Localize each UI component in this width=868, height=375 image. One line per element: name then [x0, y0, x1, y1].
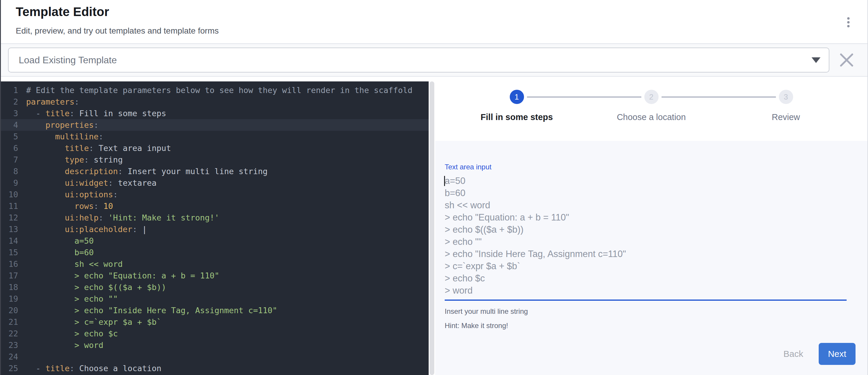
- line-number: 17: [1, 270, 18, 281]
- code-text: > word: [26, 339, 103, 351]
- line-number: 25: [1, 363, 18, 374]
- line-number: 16: [1, 258, 18, 270]
- textarea-placeholder-line: > echo "Inside Here Tag, Assignment c=11…: [445, 248, 847, 260]
- line-number: 14: [1, 235, 18, 247]
- back-button[interactable]: Back: [783, 349, 803, 359]
- stepper-connector: [527, 97, 641, 97]
- stepper-section: 1Fill in some steps2Choose a location3Re…: [435, 77, 867, 141]
- code-text: title: Text area input: [26, 142, 171, 154]
- line-number: 13: [1, 223, 18, 235]
- line-number: 15: [1, 247, 18, 258]
- more-options-button[interactable]: [844, 14, 852, 30]
- line-number: 18: [1, 281, 18, 293]
- step-number-badge: 1: [510, 90, 524, 104]
- code-line: 23 > word: [1, 339, 429, 351]
- panel-resizer[interactable]: [429, 77, 435, 375]
- line-number: 22: [1, 328, 18, 339]
- code-text: description: Insert your multi line stri…: [26, 165, 268, 177]
- code-line: 11 rows: 10: [1, 200, 429, 212]
- line-number: 8: [1, 165, 18, 177]
- stepper-step: 2Choose a location: [584, 90, 719, 122]
- line-number: 5: [1, 131, 18, 142]
- line-number: 11: [1, 200, 18, 212]
- code-text: ui:placeholder: |: [26, 223, 147, 235]
- page-subtitle: Edit, preview, and try out templates and…: [16, 26, 219, 36]
- line-number: 7: [1, 154, 18, 165]
- text-cursor: [444, 176, 445, 186]
- textarea-placeholder-line: b=60: [445, 187, 847, 199]
- load-existing-template-select[interactable]: Load Existing Template: [8, 48, 829, 72]
- code-text: - title: Choose a location: [26, 363, 161, 374]
- code-line: 8 description: Insert your multi line st…: [1, 165, 429, 177]
- stepper: 1Fill in some steps2Choose a location3Re…: [450, 90, 853, 122]
- page-title: Template Editor: [16, 4, 219, 20]
- stepper-step-inner: 1Fill in some steps: [450, 90, 584, 122]
- code-text: parameters:: [26, 96, 79, 107]
- code-line: 25 - title: Choose a location: [1, 363, 429, 374]
- textarea-placeholder-line: sh << word: [445, 199, 847, 211]
- code-line: 2parameters:: [1, 96, 429, 107]
- code-text: > echo "Inside Here Tag, Assignment c=11…: [26, 305, 277, 316]
- next-button[interactable]: Next: [819, 343, 856, 365]
- clear-icon: [839, 53, 854, 67]
- code-line: 12 ui:help: 'Hint: Make it strong!': [1, 212, 429, 223]
- form-section: Text area input a=50b=60sh << word> echo…: [435, 141, 867, 343]
- line-number: 10: [1, 189, 18, 200]
- main-split: 1# Edit the template parameters below to…: [1, 77, 867, 375]
- code-text: > echo $c: [26, 328, 118, 339]
- line-number: 12: [1, 212, 18, 223]
- textarea-placeholder-line: a=50: [445, 175, 847, 187]
- textarea-placeholder-line: > echo "": [445, 236, 847, 248]
- multiline-textarea[interactable]: a=50b=60sh << word> echo "Equation: a + …: [445, 175, 847, 296]
- line-number: 3: [1, 107, 18, 119]
- textarea-placeholder-line: > c=`expr $a + $b`: [445, 260, 847, 272]
- code-line: 16 sh << word: [1, 258, 429, 270]
- stepper-step: 3Review: [719, 90, 853, 122]
- code-text: a=50: [26, 235, 94, 247]
- dropdown-caret-icon: [811, 57, 820, 63]
- code-text: # Edit the template parameters below to …: [26, 84, 412, 96]
- input-focus-underline: [445, 300, 847, 301]
- code-line: 20 > echo "Inside Here Tag, Assignment c…: [1, 305, 429, 316]
- line-number: 2: [1, 96, 18, 107]
- code-line: 10 ui:options:: [1, 189, 429, 200]
- code-line: 4 properties:: [1, 119, 429, 131]
- clear-template-button[interactable]: [838, 52, 855, 68]
- code-line: 7 type: string: [1, 154, 429, 165]
- code-text: type: string: [26, 154, 123, 165]
- code-text: > c=`expr $a + $b`: [26, 316, 161, 328]
- line-number: 20: [1, 305, 18, 316]
- wizard-footer: Back Next: [435, 343, 867, 375]
- code-line: 14 a=50: [1, 235, 429, 247]
- more-options-icon: [847, 17, 849, 20]
- field-hint: Hint: Make it strong!: [445, 321, 847, 330]
- code-line: 6 title: Text area input: [1, 142, 429, 154]
- stepper-step-inner: 2Choose a location: [584, 90, 719, 122]
- code-text: rows: 10: [26, 200, 113, 212]
- stepper-step: 1Fill in some steps: [450, 90, 584, 122]
- step-number-badge: 3: [779, 90, 793, 104]
- page-header-text: Template Editor Edit, preview, and try o…: [16, 4, 219, 43]
- code-line: 5 multiline:: [1, 131, 429, 142]
- stepper-step-inner: 3Review: [719, 90, 853, 122]
- field-description: Insert your multi line string: [445, 307, 847, 316]
- template-editor-window: Template Editor Edit, preview, and try o…: [0, 0, 868, 375]
- line-number: 6: [1, 142, 18, 154]
- code-line: 3 - title: Fill in some steps: [1, 107, 429, 119]
- textarea-placeholder-line: > echo $(($a + $b)): [445, 223, 847, 236]
- line-number: 21: [1, 316, 18, 328]
- line-number: 24: [1, 351, 18, 363]
- resizer-handle[interactable]: [430, 82, 434, 375]
- step-label: Review: [772, 112, 800, 122]
- code-line: 24: [1, 351, 429, 363]
- textarea-placeholder-line: > word: [445, 284, 847, 296]
- step-label: Fill in some steps: [480, 112, 553, 122]
- textarea-field-label: Text area input: [445, 163, 847, 171]
- code-editor[interactable]: 1# Edit the template parameters below to…: [1, 82, 429, 375]
- code-line: 22 > echo $c: [1, 328, 429, 339]
- code-text: > echo $(($a + $b)): [26, 281, 166, 293]
- page-header: Template Editor Edit, preview, and try o…: [1, 0, 867, 44]
- textarea-placeholder-line: > echo "Equation: a + b = 110": [445, 211, 847, 223]
- code-text: b=60: [26, 247, 94, 258]
- select-placeholder: Load Existing Template: [19, 55, 117, 66]
